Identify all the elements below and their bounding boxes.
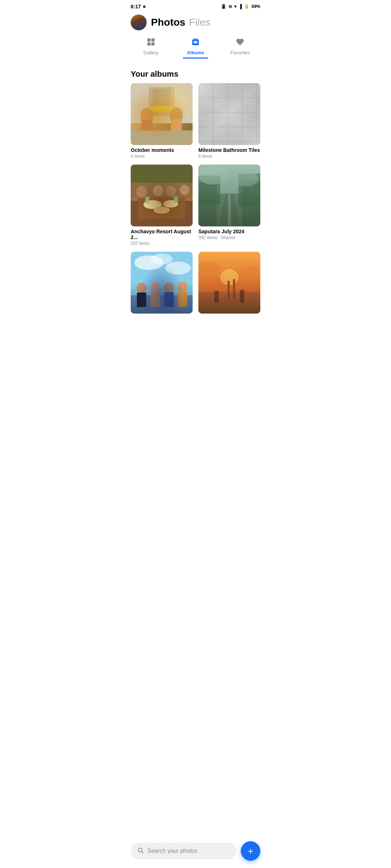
svg-line-23	[216, 87, 245, 116]
album-milestone-count: 8 items	[198, 154, 260, 159]
album-thumb-resort	[131, 165, 193, 226]
tab-gallery[interactable]: Gallery	[129, 35, 173, 62]
svg-point-33	[154, 207, 169, 214]
album-thumb-milestone	[198, 83, 260, 145]
status-bar: 6:17 📳 ⊖ ▾ ▐ 🔋 69%	[125, 0, 266, 12]
album-anchavyo-count: 337 items	[131, 241, 193, 246]
battery-percent: 69%	[252, 4, 260, 9]
svg-line-53	[219, 184, 220, 190]
svg-rect-10	[149, 87, 174, 116]
svg-rect-65	[178, 292, 187, 307]
svg-point-39	[180, 185, 189, 195]
svg-rect-59	[137, 293, 146, 307]
svg-rect-26	[198, 83, 260, 145]
album-milestone-name: Milestone Bathroom Tiles	[198, 147, 260, 153]
svg-rect-21	[198, 83, 260, 145]
svg-point-51	[233, 172, 258, 186]
svg-point-64	[177, 281, 188, 292]
album-anchavyo-name: Anchavyo Resort August 2...	[131, 229, 193, 240]
svg-rect-77	[214, 295, 219, 303]
svg-rect-14	[142, 120, 152, 138]
svg-point-60	[150, 282, 160, 293]
svg-rect-27	[131, 165, 193, 226]
album-saputara[interactable]: Saputara July 2024 382 items · Shared	[198, 165, 260, 246]
album-thumb-saputara	[198, 165, 260, 226]
album-saputara-name: Saputara July 2024	[198, 229, 260, 234]
svg-rect-43	[198, 193, 260, 226]
svg-marker-45	[227, 193, 231, 226]
svg-rect-72	[227, 281, 230, 299]
svg-rect-7	[131, 83, 193, 145]
svg-point-68	[151, 254, 172, 264]
svg-rect-0	[147, 38, 151, 42]
avatar[interactable]	[131, 14, 147, 30]
svg-rect-56	[131, 252, 193, 295]
svg-rect-40	[131, 183, 193, 197]
signal-icon: ▐	[239, 4, 242, 9]
svg-rect-5	[193, 38, 198, 40]
svg-point-13	[140, 108, 154, 124]
svg-line-25	[202, 112, 235, 137]
wifi-icon: ▾	[234, 4, 236, 9]
vibrate-icon: 📳	[221, 4, 226, 9]
albums-icon	[191, 38, 200, 48]
album-bottom-left[interactable]	[131, 252, 193, 316]
page-title-photos: Photos	[151, 17, 185, 28]
svg-rect-29	[131, 201, 193, 226]
svg-rect-6	[194, 41, 197, 43]
album-anchavyo[interactable]: Anchavyo Resort August 2... 337 items	[131, 165, 193, 246]
dnd-icon: ⊖	[228, 4, 232, 9]
svg-rect-47	[198, 175, 220, 204]
svg-point-76	[214, 291, 219, 297]
svg-rect-42	[198, 165, 260, 193]
album-milestone[interactable]: Milestone Bathroom Tiles 8 items	[198, 83, 260, 159]
svg-point-38	[166, 186, 176, 196]
svg-point-37	[153, 185, 163, 196]
svg-line-54	[238, 186, 239, 191]
svg-point-67	[165, 261, 191, 275]
svg-point-31	[143, 200, 161, 209]
svg-rect-17	[131, 131, 193, 145]
svg-point-70	[220, 269, 238, 285]
notification-dot	[143, 5, 146, 8]
svg-point-62	[164, 282, 174, 293]
album-oct-count: 4 items	[131, 154, 193, 159]
svg-rect-61	[151, 292, 160, 307]
battery-icon: 🔋	[244, 4, 249, 9]
svg-point-58	[136, 283, 147, 294]
svg-point-32	[164, 200, 178, 208]
albums-grid: October moments 4 items	[125, 83, 266, 316]
tab-favorites[interactable]: Favorites	[218, 35, 262, 62]
album-oct-moments[interactable]: October moments 4 items	[131, 83, 193, 159]
svg-rect-16	[171, 119, 182, 138]
time: 6:17	[131, 4, 141, 9]
svg-point-12	[147, 106, 176, 111]
svg-rect-11	[152, 89, 171, 110]
album-bottom-right[interactable]	[198, 252, 260, 316]
svg-rect-49	[239, 174, 260, 207]
app-header: Photos Files	[125, 12, 266, 35]
svg-rect-8	[131, 83, 193, 145]
svg-rect-79	[240, 295, 244, 303]
favorites-icon	[236, 38, 244, 48]
svg-rect-48	[242, 181, 260, 226]
svg-rect-2	[147, 42, 151, 46]
album-thumb-bottom-right	[198, 252, 260, 314]
svg-marker-44	[218, 193, 240, 226]
svg-rect-41	[131, 165, 193, 183]
tab-favorites-label: Favorites	[231, 50, 250, 55]
svg-line-52	[209, 186, 209, 192]
svg-point-15	[170, 107, 183, 123]
svg-rect-71	[198, 292, 260, 314]
tab-albums[interactable]: Albums	[173, 35, 218, 62]
tab-gallery-label: Gallery	[143, 50, 158, 55]
svg-line-22	[206, 94, 227, 109]
gallery-icon	[147, 38, 155, 48]
svg-line-24	[231, 90, 257, 119]
album-oct-name: October moments	[131, 147, 193, 153]
svg-line-55	[252, 183, 253, 188]
svg-rect-73	[233, 279, 235, 299]
svg-point-36	[136, 186, 147, 197]
svg-rect-1	[151, 38, 155, 42]
svg-point-74	[198, 261, 220, 272]
